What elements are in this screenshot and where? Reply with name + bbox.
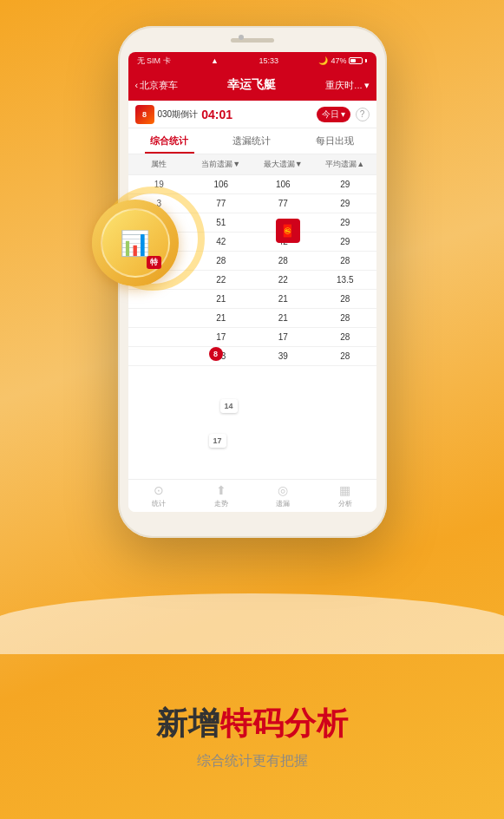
bottom-nav-missed[interactable]: ◎ 遗漏 xyxy=(252,483,315,508)
col-header-current[interactable]: 当前遗漏▼ xyxy=(190,154,252,174)
cell-avg: 28 xyxy=(314,309,376,327)
cell-max: 77 xyxy=(252,194,315,213)
table-row: 21 21 28 xyxy=(128,290,376,309)
col-header-max[interactable]: 最大遗漏▼ xyxy=(252,154,315,174)
help-button[interactable]: ? xyxy=(356,108,370,121)
tab-daily[interactable]: 每日出现 xyxy=(293,128,376,154)
side-number-8: 8 xyxy=(209,347,223,361)
bottom-nav: ⊙ 统计 ⬆ 走势 ◎ 遗漏 ▦ 分析 xyxy=(128,479,376,512)
back-chevron: ‹ xyxy=(135,80,139,90)
cell-current: 77 xyxy=(190,194,252,213)
carrier-text: 无 SIM 卡 xyxy=(137,56,171,67)
side-number-14: 14 xyxy=(220,399,238,413)
today-label: 今日 xyxy=(322,108,339,121)
analysis-icon: ▦ xyxy=(339,483,350,497)
cell-max: 17 xyxy=(252,328,315,346)
table-row: 21 21 28 xyxy=(128,309,376,328)
battery-tip xyxy=(365,59,367,62)
sub-title: 综合统计更有把握 xyxy=(197,752,308,770)
red-envelope: 🧧 xyxy=(276,219,300,243)
nav-back-label: 北京赛车 xyxy=(140,79,178,92)
trend-icon: ⬆ xyxy=(216,483,226,497)
timer-bar: 8 030期倒计 04:01 今日 ▾ ? xyxy=(128,101,376,128)
table-header: 属性 当前遗漏▼ 最大遗漏▼ 平均遗漏▲ xyxy=(128,154,376,175)
chart-icon: 📊 xyxy=(120,229,150,258)
cell-max: 28 xyxy=(252,252,315,270)
cell-current: 22 xyxy=(190,271,252,289)
stats-icon: ⊙ xyxy=(154,483,164,497)
cell-avg: 29 xyxy=(314,213,376,232)
wifi-icon: ▲ xyxy=(211,56,219,65)
bottom-section: 新增特码分析 综合统计更有把握 xyxy=(0,654,504,819)
gold-badge: 📊 特 xyxy=(92,200,179,286)
tab-missed[interactable]: 遗漏统计 xyxy=(211,128,293,154)
side-number-17: 17 xyxy=(209,434,226,448)
bottom-nav-trend[interactable]: ⬆ 走势 xyxy=(190,483,252,508)
battery-percent: 47% xyxy=(331,56,346,65)
cell-max: 39 xyxy=(252,347,315,365)
dropdown-icon: ▾ xyxy=(341,109,345,119)
chevron-down-icon: ▾ xyxy=(364,80,370,91)
period-text: 030期倒计 xyxy=(158,108,199,121)
nav-right[interactable]: 重庆时... ▾ xyxy=(325,79,369,92)
cell-attr xyxy=(128,309,191,327)
phone-camera xyxy=(239,35,244,40)
col-header-avg[interactable]: 平均遗漏▲ xyxy=(314,154,376,174)
nav-bar: ‹ 北京赛车 幸运飞艇 重庆时... ▾ xyxy=(128,69,376,101)
cell-current: 21 xyxy=(190,290,252,308)
cell-max: 22 xyxy=(252,271,315,289)
cell-avg: 28 xyxy=(314,290,376,308)
cell-max: 21 xyxy=(252,290,315,308)
col-header-attr: 属性 xyxy=(128,154,191,174)
cell-avg: 29 xyxy=(314,233,376,251)
tab-comprehensive[interactable]: 综合统计 xyxy=(128,128,211,154)
status-bar: 无 SIM 卡 ▲ 15:33 🌙 47% xyxy=(128,52,376,69)
cell-avg: 29 xyxy=(314,194,376,213)
cell-avg: 13.5 xyxy=(314,271,376,289)
main-title: 新增特码分析 xyxy=(156,703,349,745)
main-title-normal: 新增 xyxy=(156,705,220,741)
today-button[interactable]: 今日 ▾ xyxy=(317,107,350,122)
logo-text: 8 xyxy=(142,110,147,119)
app-logo: 8 xyxy=(135,105,154,124)
table-row: 13 39 28 xyxy=(128,347,376,366)
cell-avg: 28 xyxy=(314,347,376,365)
table-row: 17 17 28 xyxy=(128,328,376,347)
cell-current: 17 xyxy=(190,328,252,346)
cell-attr xyxy=(128,328,191,346)
cell-avg: 28 xyxy=(314,252,376,270)
cell-current: 21 xyxy=(190,309,252,327)
phone-mockup: 📊 特 8 14 17 🧧 无 SIM 卡 ▲ 15:33 🌙 47% xyxy=(118,26,387,538)
cloud-decoration xyxy=(0,585,504,654)
cell-current: 106 xyxy=(190,175,252,193)
nav-right-label: 重庆时... xyxy=(325,79,362,92)
countdown-display: 04:01 xyxy=(201,108,232,121)
nav-back-button[interactable]: ‹ 北京赛车 xyxy=(135,79,179,92)
bottom-nav-stats[interactable]: ⊙ 统计 xyxy=(128,483,191,508)
cell-attr xyxy=(128,347,191,365)
bottom-nav-analysis[interactable]: ▦ 分析 xyxy=(314,483,376,508)
main-title-highlight: 特码分析 xyxy=(220,705,349,741)
moon-icon: 🌙 xyxy=(318,56,328,65)
badge-label: 特 xyxy=(147,256,161,269)
cell-attr xyxy=(128,290,191,308)
nav-title: 幸运飞艇 xyxy=(178,77,325,93)
time-display: 15:33 xyxy=(259,56,278,65)
phone-speaker xyxy=(231,38,274,43)
cell-max: 106 xyxy=(252,175,315,193)
battery-icon xyxy=(349,57,363,64)
cell-avg: 29 xyxy=(314,175,376,193)
missed-icon: ◎ xyxy=(278,483,288,497)
tabs-bar: 综合统计 遗漏统计 每日出现 xyxy=(128,128,376,154)
help-icon: ? xyxy=(360,109,365,119)
cell-avg: 28 xyxy=(314,328,376,346)
cell-max: 21 xyxy=(252,309,315,327)
